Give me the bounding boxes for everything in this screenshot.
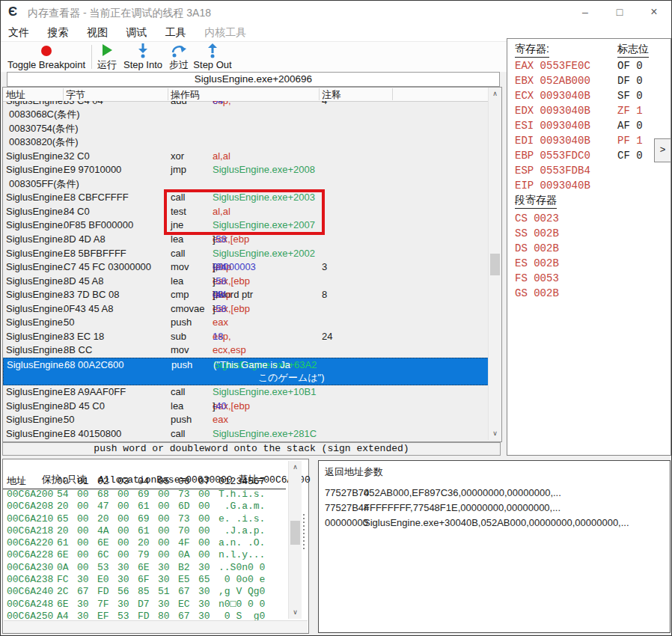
stack-row[interactable]: 77527B74052AB000,EF897C36,00000000,00000… <box>319 486 629 501</box>
hex-byte: 6D <box>178 501 198 513</box>
segment-row[interactable]: SS 002B <box>515 226 559 241</box>
register-row[interactable]: EBP 0553FDC0 <box>515 148 590 163</box>
disasm-row[interactable]: SiglusEngine.0F43 45 A8cmovaeeax,[ebp-58… <box>3 302 489 317</box>
hex-row[interactable]: 00C6A2005400680069007300T.h.i.s. <box>3 489 265 501</box>
disasm-row[interactable]: SiglusEngine.E8 40150800callSiglusEngine… <box>3 427 489 440</box>
condition-label: 00830820(条件) <box>9 135 79 150</box>
disasm-row[interactable]: SiglusEngine.50pusheax <box>3 413 489 427</box>
minimize-button[interactable]: – <box>568 1 602 25</box>
flag-row[interactable]: AF 0 <box>617 118 643 133</box>
flag-row[interactable]: CF 0 <box>617 148 643 163</box>
segment-row[interactable]: ES 002B <box>515 256 559 271</box>
disasm-row[interactable]: SiglusEngine.83 7D BC 08cmpdword ptr [eb… <box>3 288 489 302</box>
disasm-row[interactable]: SiglusEngine.50pusheax <box>3 316 489 330</box>
disasm-address: SiglusEngine. <box>6 330 64 344</box>
toggle-breakpoint-button[interactable]: Toggle Breakpoint <box>2 42 91 72</box>
disasm-bytes: 83 C4 04 <box>64 101 103 108</box>
hex-byte: 00 <box>198 525 219 537</box>
register-row[interactable]: ECX 0093040B <box>515 88 590 103</box>
flag-row[interactable]: OF 0 <box>617 58 643 73</box>
disasm-row[interactable]: SiglusEngine.E8 A9AAF0FFcallSiglusEngine… <box>3 385 489 400</box>
disasm-row[interactable]: SiglusEngine.8B CCmovecx,esp <box>3 343 489 358</box>
hex-byte: 53 <box>97 562 117 574</box>
column-opcode[interactable]: 操作码 <box>171 88 200 102</box>
register-row[interactable]: EDI 0093040B <box>515 133 590 148</box>
column-bytes[interactable]: 字节 <box>66 88 85 102</box>
disasm-mnemonic: call <box>171 385 186 400</box>
register-row[interactable]: ESI 0093040B <box>515 118 590 133</box>
flag-row[interactable]: PF 1 <box>617 133 643 148</box>
column-address[interactable]: 地址 <box>6 88 25 102</box>
segment-row[interactable]: GS 002B <box>515 286 559 301</box>
disasm-row[interactable]: SiglusEngine.8D 45 C0leaeax,[ebp-40] <box>3 400 489 414</box>
disasm-bytes: 50 <box>64 316 74 330</box>
register-row[interactable]: EAX 0553FE0C <box>515 58 590 73</box>
stack-parameters-header: 参数 <box>364 465 383 479</box>
register-row[interactable]: EBX 052AB000 <box>515 73 590 88</box>
register-row[interactable]: ESP 0553FDB4 <box>515 163 590 178</box>
disasm-row[interactable]: SiglusEngine.C7 45 FC 03000000mov[ebp-04… <box>3 260 489 275</box>
maximize-button[interactable]: □ <box>602 1 637 25</box>
disasm-row[interactable]: SiglusEngine.32 C0xoral,al <box>3 150 489 164</box>
flag-row[interactable]: SF 0 <box>617 88 643 103</box>
close-button[interactable]: × <box>637 1 671 25</box>
hex-row[interactable]: 00C6A2402C67FD5685516730,g V Qg0 <box>3 586 265 598</box>
disasm-row-condition[interactable]: 00830754(条件) <box>3 122 489 136</box>
disasm-row[interactable]: SiglusEngine.E9 97010000jmpSiglusEngine.… <box>3 163 489 177</box>
register-row[interactable]: EIP 0093040B <box>515 178 590 193</box>
step-over-icon <box>166 42 192 59</box>
disasm-scrollbar[interactable]: ∧ ∨ <box>488 88 501 440</box>
scroll-down-arrow[interactable]: ∨ <box>489 427 501 440</box>
menu-search[interactable]: 搜索 <box>40 25 76 40</box>
disasm-row[interactable]: SiglusEngine.8D 45 A8leaeax,[ebp-58] <box>3 275 489 289</box>
hex-row[interactable]: 00C6A2082000470061006D00 .G.a.m. <box>3 501 265 513</box>
disasm-bytes: 50 <box>64 413 74 427</box>
step-out-button[interactable]: Step Out <box>192 42 233 72</box>
disasm-row[interactable]: SiglusEngine.83 C4 04addesp,044 <box>3 101 489 108</box>
register-row[interactable]: EDX 0093040B <box>515 103 590 118</box>
hex-row[interactable]: 00C6A2106500200069007300e. .i.s. <box>3 513 265 525</box>
segment-row[interactable]: CS 0023 <box>515 211 559 226</box>
scroll-up-arrow[interactable]: ∧ <box>489 88 501 100</box>
menu-file[interactable]: 文件 <box>1 25 37 40</box>
segment-row[interactable]: FS 0053 <box>515 271 559 286</box>
menu-tools[interactable]: 工具 <box>158 25 194 40</box>
flag-row[interactable]: ZF 1 <box>617 103 643 118</box>
scroll-thumb[interactable] <box>290 521 300 545</box>
disasm-row-condition[interactable]: 00830820(条件) <box>3 135 489 150</box>
disasm-row[interactable]: SiglusEngine.83 EC 18subesp,1824 <box>3 330 489 344</box>
disasm-row-condition[interactable]: 0083068C(条件) <box>3 108 489 122</box>
hex-row[interactable]: 00C6A2486E307F30D730EC30n0□0 0 0 <box>3 599 265 611</box>
segment-row[interactable]: DS 002B <box>515 241 559 256</box>
step-into-button[interactable]: Step Into <box>120 42 165 72</box>
flag-row[interactable]: DF 0 <box>617 73 643 88</box>
hex-horizontal-scrollbar[interactable] <box>4 620 308 633</box>
scroll-thumb[interactable] <box>490 254 500 275</box>
hex-row[interactable]: 00C6A21820004A0061007000 .J.a.p. <box>3 525 265 537</box>
disasm-address: SiglusEngine. <box>6 385 64 400</box>
expand-registers-button[interactable]: > <box>654 138 671 162</box>
disasm-line: SiglusEngine.68 00A2C600pushSiglusEngine… <box>4 358 488 373</box>
run-button[interactable]: 运行 <box>94 42 120 72</box>
stack-row[interactable]: 00000000SiglusEngine.exe+30040B,052AB000… <box>319 516 629 530</box>
disasm-line: SiglusEngine.E8 A9AAF0FFcallSiglusEngine… <box>3 385 489 400</box>
address-bar[interactable]: SiglusEngine.exe+200696 <box>7 72 500 87</box>
panel-splitter[interactable] <box>303 514 305 551</box>
hex-row[interactable]: 00C6A2286E006C0079000A00n.l.y... <box>3 549 265 561</box>
disasm-row[interactable]: SiglusEngine.68 00A2C600pushSiglusEngine… <box>3 358 489 385</box>
step-over-button[interactable]: 步过 <box>166 42 192 72</box>
menu-debug[interactable]: 调试 <box>118 25 154 40</box>
hex-row[interactable]: 00C6A2300A0053306E30B230..S0n0 0 <box>3 562 265 574</box>
menu-view[interactable]: 视图 <box>79 25 115 40</box>
hex-scrollbar[interactable]: ∧ ∨ <box>288 461 302 619</box>
menu-kernel-tools[interactable]: 内核工具 <box>197 25 254 40</box>
hex-row[interactable]: 00C6A22061006E0020004F00a.n. .O. <box>3 537 265 549</box>
column-comment[interactable]: 注释 <box>322 88 341 102</box>
hex-ascii: .G.a.m. <box>219 501 265 512</box>
scroll-up-arrow[interactable]: ∧ <box>289 461 302 474</box>
hex-row[interactable]: 00C6A238FC30E0306F30E565 0 0o0 e <box>3 574 265 586</box>
hex-ascii: T.h.i.s. <box>219 489 265 500</box>
disasm-row[interactable]: SiglusEngine.E8 5BFBFFFFcallSiglusEngine… <box>3 247 489 261</box>
scroll-down-arrow[interactable]: ∨ <box>289 606 302 619</box>
stack-row[interactable]: 77527B44FFFFFFFF,77548F1E,00000000,00000… <box>319 501 629 516</box>
